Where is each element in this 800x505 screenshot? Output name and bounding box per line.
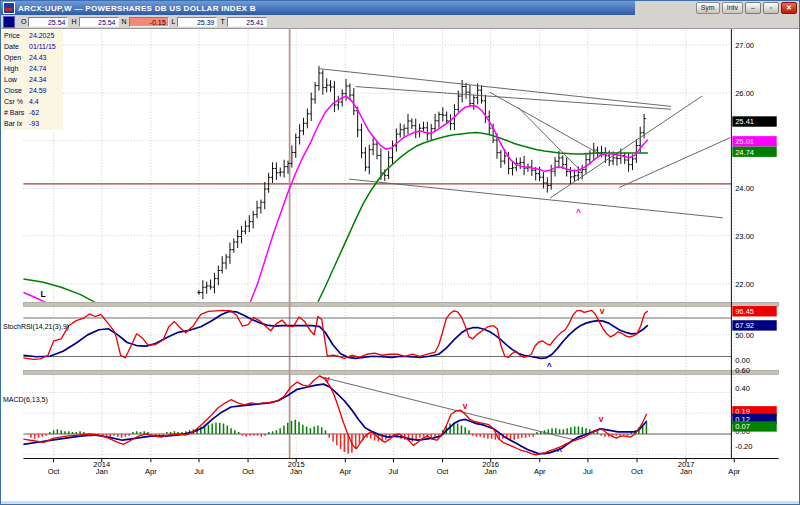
svg-text:0.00: 0.00 (735, 356, 750, 365)
cursor-row: # Bars-62 (4, 107, 63, 118)
svg-text:Oct: Oct (437, 467, 450, 476)
quote-field-value-O: 25.54 (28, 17, 68, 27)
cursor-row-label: High (4, 63, 29, 74)
cursor-row-label: Csr % (4, 96, 29, 107)
svg-text:0.07: 0.07 (735, 422, 750, 431)
svg-text:^: ^ (576, 207, 581, 217)
close-button[interactable]: ✕ (781, 2, 797, 14)
svg-text:0.40: 0.40 (735, 384, 750, 393)
svg-text:Apr: Apr (339, 467, 351, 476)
svg-text:26.00: 26.00 (735, 89, 754, 98)
quote-field-label-O: O (21, 18, 26, 25)
window-title: ARCX:UUP,W — POWERSHARES DB US DOLLAR IN… (18, 4, 256, 13)
svg-text:23.00: 23.00 (735, 232, 754, 241)
cursor-row: High24.74 (4, 63, 63, 74)
svg-text:Apr: Apr (534, 467, 546, 476)
cursor-row: Open24.43 (4, 52, 63, 63)
cursor-row: Csr %4.4 (4, 96, 63, 107)
app-window: ARCX:UUP,W — POWERSHARES DB US DOLLAR IN… (0, 0, 800, 505)
cursor-row-value: 24.34 (29, 74, 47, 85)
svg-text:0.60: 0.60 (735, 366, 750, 375)
svg-text:Jan: Jan (680, 467, 692, 476)
cursor-data-panel: Price24.2025Date01/11/15Open24.43High24.… (2, 30, 63, 130)
svg-text:22.00: 22.00 (735, 280, 754, 289)
cursor-row-value: 24.59 (29, 85, 47, 96)
cursor-row: Bar Ix-93 (4, 118, 63, 129)
sym-button[interactable]: Sym (696, 2, 720, 14)
cursor-row-value: 24.74 (29, 63, 47, 74)
svg-text:Jul: Jul (194, 467, 204, 476)
svg-text:Apr: Apr (728, 467, 740, 476)
titlebar-controls: Sym Intv – ▫ ✕ (635, 1, 799, 15)
cursor-row: Date01/11/15 (4, 41, 63, 52)
app-icon (3, 2, 15, 14)
cursor-row-label: Date (4, 41, 29, 52)
svg-text:25.41: 25.41 (735, 117, 754, 126)
quote-field-label-L: L (172, 18, 176, 25)
stochrsi-panel-label: StochRSI(14,21(3),9) (3, 323, 69, 330)
svg-text:Oct: Oct (242, 467, 255, 476)
cursor-row-value: 24.2025 (29, 30, 54, 41)
svg-text:v: v (325, 374, 330, 384)
cursor-row-label: Low (4, 74, 29, 85)
cursor-row-value: -93 (29, 118, 39, 129)
cursor-row: Low24.34 (4, 74, 63, 85)
quote-field-value-H: 25.54 (79, 17, 119, 27)
svg-text:Jul: Jul (583, 467, 593, 476)
cursor-row-label: # Bars (4, 107, 29, 118)
svg-text:v: v (600, 306, 605, 316)
cursor-row-value: 4.4 (29, 96, 39, 107)
svg-text:v: v (599, 414, 604, 424)
svg-text:Jan: Jan (290, 467, 302, 476)
title-caption-bar[interactable]: ARCX:UUP,W — POWERSHARES DB US DOLLAR IN… (1, 1, 635, 15)
cursor-row-label: Bar Ix (4, 118, 29, 129)
quote-field-label-H: H (71, 18, 76, 25)
chart-area: ^Lv^vvv^27.0026.0024.0023.0022.0025.4125… (1, 29, 800, 501)
quote-field-value-T: 25.41 (227, 17, 267, 27)
svg-text:v: v (463, 401, 468, 411)
svg-text:Jul: Jul (389, 467, 399, 476)
svg-text:24.74: 24.74 (735, 148, 754, 157)
intv-button[interactable]: Intv (722, 2, 743, 14)
quote-fields: O25.54H25.54N-0.15L25.39T25.41 (18, 17, 267, 27)
svg-text:Jan: Jan (485, 467, 497, 476)
quote-toolbar: O25.54H25.54N-0.15L25.39T25.41 (1, 15, 799, 29)
quote-status-icon (3, 16, 15, 28)
svg-text:96.45: 96.45 (735, 307, 754, 316)
cursor-row-label: Price (4, 30, 29, 41)
chart-background (23, 29, 778, 475)
svg-text:L: L (41, 289, 46, 299)
quote-field-label-T: T (220, 18, 224, 25)
quote-field-value-N: -0.15 (129, 17, 169, 27)
svg-text:Jan: Jan (96, 467, 108, 476)
maximize-button[interactable]: ▫ (763, 2, 779, 14)
macd-panel-label: MACD(6,13,5) (3, 396, 48, 403)
svg-text:67.92: 67.92 (735, 321, 754, 330)
svg-text:-0.20: -0.20 (735, 442, 752, 451)
svg-text:^: ^ (557, 446, 562, 456)
cursor-row-label: Close (4, 85, 29, 96)
chart-canvas[interactable]: ^Lv^vvv^27.0026.0024.0023.0022.0025.4125… (1, 29, 800, 501)
titlebar[interactable]: ARCX:UUP,W — POWERSHARES DB US DOLLAR IN… (1, 1, 799, 15)
cursor-row-value: -62 (29, 107, 39, 118)
svg-text:Oct: Oct (48, 467, 61, 476)
svg-text:27.00: 27.00 (735, 41, 754, 50)
quote-field-value-L: 25.39 (177, 17, 217, 27)
svg-text:25.01: 25.01 (735, 137, 754, 146)
cursor-row-value: 24.43 (29, 52, 47, 63)
svg-text:Oct: Oct (631, 467, 644, 476)
minimize-button[interactable]: – (745, 2, 761, 14)
svg-text:24.00: 24.00 (735, 184, 754, 193)
window-bottom-border (1, 501, 799, 505)
cursor-row: Price24.2025 (4, 30, 63, 41)
svg-text:50.00: 50.00 (735, 331, 754, 340)
svg-text:Apr: Apr (145, 467, 157, 476)
cursor-row: Close24.59 (4, 85, 63, 96)
cursor-row-label: Open (4, 52, 29, 63)
svg-text:^: ^ (547, 361, 552, 371)
quote-field-label-N: N (122, 18, 127, 25)
cursor-row-value: 01/11/15 (29, 41, 56, 52)
